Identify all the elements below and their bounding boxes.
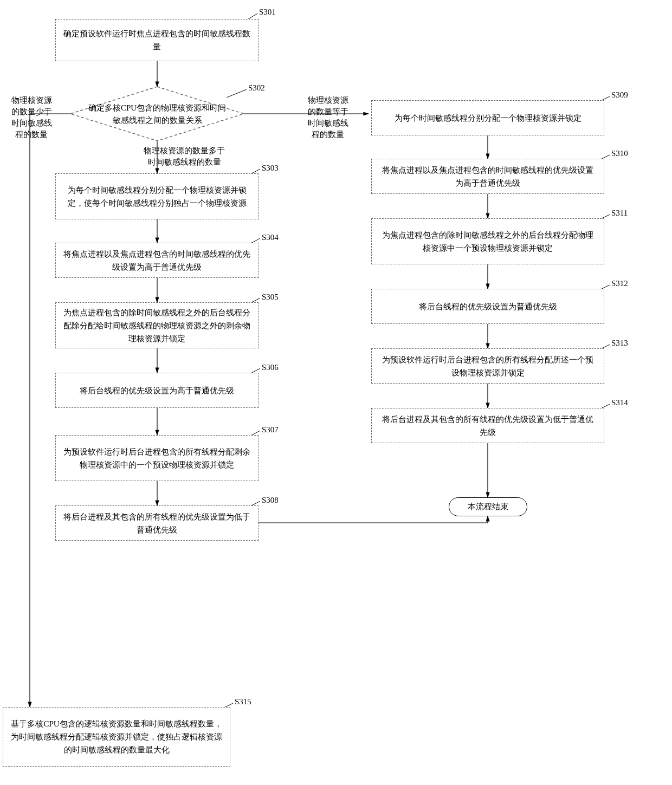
step-text: 为焦点进程包含的除时间敏感线程之外的后台线程分配除分配给时间敏感线程的物理核资源… bbox=[62, 306, 251, 345]
label-s309: S309 bbox=[611, 89, 628, 101]
label-s305: S305 bbox=[262, 291, 279, 303]
step-text: 基于多核CPU包含的逻辑核资源数量和时间敏感线程数量，为时间敏感线程分配逻辑核资… bbox=[10, 717, 223, 756]
label-s314: S314 bbox=[611, 397, 628, 408]
decision-text: 确定多核CPU包含的物理核资源和时间敏感线程之间的数量关系 bbox=[88, 102, 227, 126]
edge-right: 物理核资源的数量等于时间敏感线程的数量 bbox=[295, 95, 360, 140]
step-text: 为每个时间敏感线程分别分配一个物理核资源并锁定 bbox=[395, 112, 581, 125]
step-text: 将后台进程及其包含的所有线程的优先级设置为低于普通优先级 bbox=[378, 413, 597, 439]
step-s312: 将后台线程的优先级设置为普通优先级 bbox=[371, 289, 604, 324]
edge-left: 物理核资源的数量少于时间敏感线程的数量 bbox=[0, 95, 64, 140]
step-text: 为每个时间敏感线程分别分配一个物理核资源并锁定，使每个时间敏感线程分别独占一个物… bbox=[62, 184, 251, 210]
label-s303: S303 bbox=[262, 163, 279, 174]
step-text: 为预设软件运行时后台进程包含的所有线程分配剩余物理核资源中的一个预设物理核资源并… bbox=[62, 445, 251, 471]
label-s307: S307 bbox=[262, 424, 279, 436]
label-s311: S311 bbox=[611, 207, 628, 219]
step-s308: 将后台进程及其包含的所有线程的优先级设置为低于普通优先级 bbox=[55, 505, 259, 541]
label-s301: S301 bbox=[259, 7, 276, 18]
step-text: 将后台线程的优先级设置为高于普通优先级 bbox=[80, 384, 234, 397]
step-s305: 为焦点进程包含的除时间敏感线程之外的后台线程分配除分配给时间敏感线程的物理核资源… bbox=[55, 302, 259, 348]
step-text: 将焦点进程以及焦点进程包含的时间敏感线程的优先级设置为高于普通优先级 bbox=[62, 248, 251, 274]
label-s304: S304 bbox=[262, 232, 279, 243]
label-s313: S313 bbox=[611, 338, 628, 349]
decision-s302: 确定多核CPU包含的物理核资源和时间敏感线程之间的数量关系 bbox=[70, 87, 244, 141]
step-s315: 基于多核CPU包含的逻辑核资源数量和时间敏感线程数量，为时间敏感线程分配逻辑核资… bbox=[3, 707, 230, 767]
label-s315: S315 bbox=[235, 696, 251, 708]
step-s311: 为焦点进程包含的除时间敏感线程之外的后台线程分配物理核资源中一个预设物理核资源并… bbox=[371, 218, 604, 264]
step-text: 为焦点进程包含的除时间敏感线程之外的后台线程分配物理核资源中一个预设物理核资源并… bbox=[378, 229, 597, 255]
step-s304: 将焦点进程以及焦点进程包含的时间敏感线程的优先级设置为高于普通优先级 bbox=[55, 243, 259, 278]
edge-down: 物理核资源的数量多于时间敏感线程的数量 bbox=[114, 145, 255, 168]
step-s313: 为预设软件运行时后台进程包含的所有线程分配所述一个预设物理核资源并锁定 bbox=[371, 348, 604, 384]
step-text: 确定预设软件运行时焦点进程包含的时间敏感线程数量 bbox=[62, 27, 251, 53]
step-s301: 确定预设软件运行时焦点进程包含的时间敏感线程数量 bbox=[55, 19, 259, 61]
label-s302: S302 bbox=[248, 82, 265, 94]
terminator-text: 本流程结束 bbox=[468, 502, 508, 512]
label-s312: S312 bbox=[611, 278, 628, 289]
step-s310: 将焦点进程以及焦点进程包含的时间敏感线程的优先级设置为高于普通优先级 bbox=[371, 159, 604, 194]
step-s309: 为每个时间敏感线程分别分配一个物理核资源并锁定 bbox=[371, 100, 604, 135]
step-text: 将后台线程的优先级设置为普通优先级 bbox=[419, 300, 557, 313]
step-text: 将后台进程及其包含的所有线程的优先级设置为低于普通优先级 bbox=[62, 510, 251, 536]
label-s310: S310 bbox=[611, 148, 628, 159]
step-s314: 将后台进程及其包含的所有线程的优先级设置为低于普通优先级 bbox=[371, 408, 604, 443]
label-s306: S306 bbox=[262, 362, 279, 373]
step-text: 将焦点进程以及焦点进程包含的时间敏感线程的优先级设置为高于普通优先级 bbox=[378, 164, 597, 190]
step-s306: 将后台线程的优先级设置为高于普通优先级 bbox=[55, 373, 259, 408]
terminator-end: 本流程结束 bbox=[449, 497, 527, 516]
step-s303: 为每个时间敏感线程分别分配一个物理核资源并锁定，使每个时间敏感线程分别独占一个物… bbox=[55, 173, 259, 219]
label-s308: S308 bbox=[262, 495, 279, 506]
step-text: 为预设软件运行时后台进程包含的所有线程分配所述一个预设物理核资源并锁定 bbox=[378, 353, 597, 379]
step-s307: 为预设软件运行时后台进程包含的所有线程分配剩余物理核资源中的一个预设物理核资源并… bbox=[55, 435, 259, 481]
